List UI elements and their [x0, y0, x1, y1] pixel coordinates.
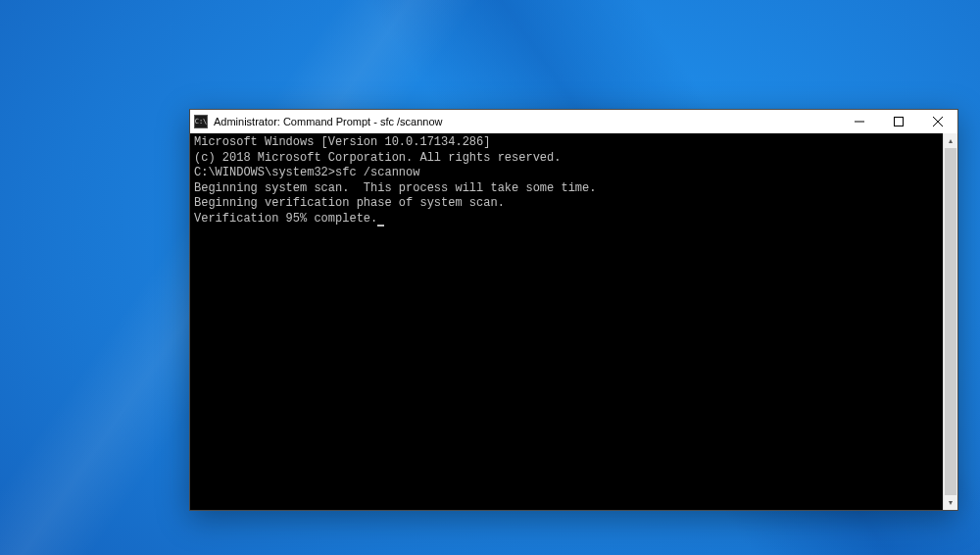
- terminal-output[interactable]: Microsoft Windows [Version 10.0.17134.28…: [190, 133, 943, 510]
- maximize-button[interactable]: [879, 110, 918, 133]
- window-controls: [840, 110, 957, 133]
- output-line: (c) 2018 Microsoft Corporation. All righ…: [194, 151, 939, 167]
- terminal-area: Microsoft Windows [Version 10.0.17134.28…: [190, 133, 957, 510]
- text-cursor: [377, 225, 384, 227]
- output-line: Verification 95% complete.: [194, 212, 939, 227]
- window-title: Administrator: Command Prompt - sfc /sca…: [214, 116, 443, 127]
- minimize-button[interactable]: [840, 110, 879, 133]
- command-prompt-window: C:\ Administrator: Command Prompt - sfc …: [189, 109, 958, 511]
- output-line: Beginning system scan. This process will…: [194, 181, 939, 197]
- close-button[interactable]: [918, 110, 957, 133]
- output-line: Beginning verification phase of system s…: [194, 196, 939, 212]
- scroll-up-arrow-icon[interactable]: ▴: [944, 133, 957, 148]
- vertical-scrollbar[interactable]: ▴ ▾: [943, 133, 957, 510]
- minimize-icon: [855, 117, 864, 126]
- output-line: C:\WINDOWS\system32>sfc /scannow: [194, 166, 939, 181]
- scroll-track[interactable]: [944, 148, 957, 495]
- titlebar[interactable]: C:\ Administrator: Command Prompt - sfc …: [190, 110, 957, 133]
- scroll-down-arrow-icon[interactable]: ▾: [944, 495, 957, 510]
- output-line: Microsoft Windows [Version 10.0.17134.28…: [194, 135, 939, 151]
- svg-rect-1: [895, 118, 904, 126]
- cmd-icon: C:\: [194, 115, 208, 128]
- scroll-thumb[interactable]: [945, 148, 956, 495]
- close-icon: [933, 117, 943, 126]
- maximize-icon: [894, 117, 904, 126]
